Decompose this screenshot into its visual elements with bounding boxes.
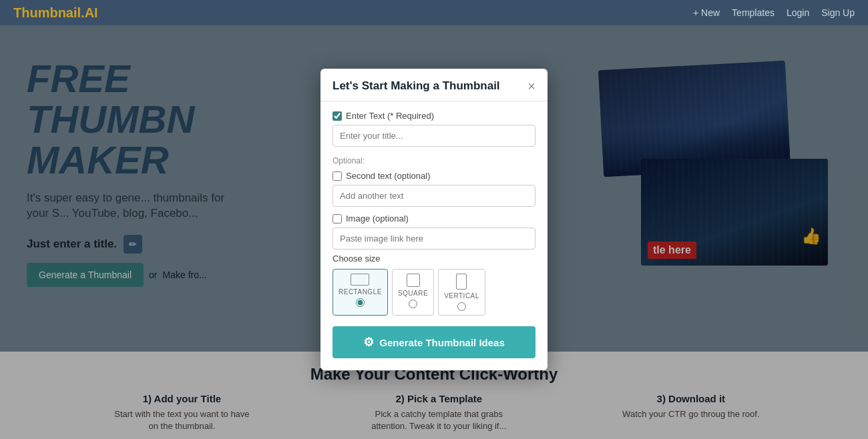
size-section-label: Choose size [333,254,535,264]
modal: Let's Start Making a Thumbnail × Enter T… [320,69,548,370]
rectangle-icon [351,274,369,286]
image-checkbox[interactable] [333,214,342,224]
modal-body: Enter Text (* Required) Optional: Second… [320,101,548,370]
templates-link[interactable]: Templates [732,7,775,18]
size-option-rectangle[interactable]: RECTANGLE [333,269,388,316]
square-label: SQUARE [398,290,428,297]
size-option-vertical[interactable]: VERTICAL [438,269,485,316]
settings-icon: ⚙ [363,335,374,350]
optional-label: Optional: [333,156,535,165]
size-options: RECTANGLE SQUARE VERTICAL [333,269,535,316]
generate-modal-label: Generate Thumbnail Ideas [379,337,505,348]
modal-title: Let's Start Making a Thumbnail [333,79,500,93]
new-button[interactable]: + New [693,7,720,18]
image-input[interactable] [333,228,535,250]
square-icon [407,274,420,287]
size-option-square[interactable]: SQUARE [392,269,434,316]
logo: Thumbnail.AI [13,5,98,21]
size-section: Choose size RECTANGLE SQUARE VERTICAL [333,254,535,316]
modal-header: Let's Start Making a Thumbnail × [320,69,548,101]
vertical-icon [456,274,467,290]
vertical-label: VERTICAL [444,292,479,300]
image-label: Image (optional) [346,213,409,224]
vertical-radio[interactable] [457,302,466,311]
header-nav: + New Templates Login Sign Up [693,7,855,18]
signup-link[interactable]: Sign Up [821,7,855,18]
required-label-row: Enter Text (* Required) [333,111,535,121]
rectangle-label: RECTANGLE [339,288,382,296]
title-input[interactable] [333,125,535,147]
login-link[interactable]: Login [787,7,809,18]
logo-accent: .AI [81,5,98,20]
second-text-checkbox[interactable] [333,171,342,181]
second-text-label: Second text (optional) [346,171,430,181]
second-text-label-row: Second text (optional) [333,171,535,181]
required-label: Enter Text (* Required) [346,111,434,121]
header: Thumbnail.AI + New Templates Login Sign … [0,0,868,25]
required-checkbox[interactable] [333,111,342,121]
logo-main: Thumbnail [13,5,81,20]
optional-section: Optional: Second text (optional) Image (… [333,156,535,250]
square-radio[interactable] [409,300,417,308]
second-text-input[interactable] [333,185,535,207]
image-label-row: Image (optional) [333,213,535,224]
modal-close-button[interactable]: × [527,79,535,93]
rectangle-radio[interactable] [356,298,365,307]
generate-modal-button[interactable]: ⚙ Generate Thumbnail Ideas [333,326,535,358]
